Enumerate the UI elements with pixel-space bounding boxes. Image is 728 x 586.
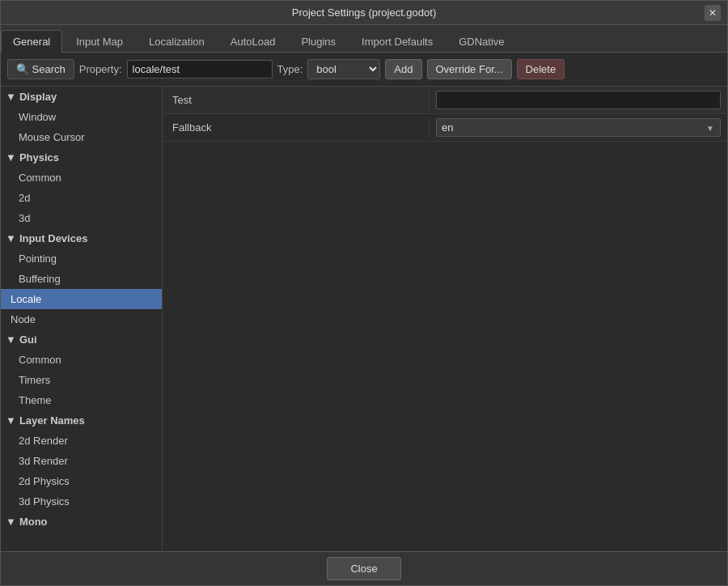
sidebar-item-gui-theme[interactable]: Theme xyxy=(1,390,162,410)
tab-autoload[interactable]: AutoLoad xyxy=(218,30,288,53)
sidebar-item-mouse-cursor[interactable]: Mouse Cursor xyxy=(1,127,162,147)
sidebar-item-gui-timers[interactable]: Timers xyxy=(1,370,162,390)
settings-row-fallback: Fallback en fr de es zh xyxy=(163,114,727,142)
sidebar-item-display[interactable]: ▼ Display xyxy=(1,87,162,107)
fallback-select[interactable]: en fr de es zh xyxy=(436,118,721,137)
sidebar-item-input-devices[interactable]: ▼ Input Devices xyxy=(1,228,162,248)
sidebar-item-buffering[interactable]: Buffering xyxy=(1,269,162,289)
title-bar: Project Settings (project.godot) ✕ xyxy=(1,1,727,25)
window-close-button[interactable]: ✕ xyxy=(705,5,721,21)
tab-localization[interactable]: Localization xyxy=(137,30,217,53)
sidebar-item-physics[interactable]: ▼ Physics xyxy=(1,147,162,168)
sidebar-item-3d-physics[interactable]: 3d Physics xyxy=(1,491,162,512)
bottom-bar: Close xyxy=(1,551,727,585)
layer-names-arrow: ▼ xyxy=(6,414,16,427)
window-title: Project Settings (project.godot) xyxy=(292,6,436,19)
sidebar-item-physics-common[interactable]: Common xyxy=(1,168,162,188)
input-devices-arrow: ▼ xyxy=(6,232,16,244)
sidebar-item-2d-render[interactable]: 2d Render xyxy=(1,431,162,451)
fallback-select-wrapper: en fr de es zh xyxy=(436,118,721,137)
sidebar-item-gui[interactable]: ▼ Gui xyxy=(1,329,162,350)
main-panel: Test Fallback en fr de e xyxy=(163,87,727,551)
display-arrow: ▼ xyxy=(6,91,16,103)
sidebar-item-mono[interactable]: ▼ Mono xyxy=(1,512,162,532)
delete-button[interactable]: Delete xyxy=(517,59,565,79)
sidebar-item-window[interactable]: Window xyxy=(1,107,162,127)
sidebar-item-2d-physics[interactable]: 2d Physics xyxy=(1,471,162,491)
physics-arrow: ▼ xyxy=(6,151,16,163)
sidebar-item-locale[interactable]: Locale xyxy=(1,289,162,309)
tab-general[interactable]: General xyxy=(1,30,62,53)
sidebar-item-physics-2d[interactable]: 2d xyxy=(1,188,162,208)
content-area: ▼ Display Window Mouse Cursor ▼ Physics … xyxy=(1,87,727,551)
sidebar: ▼ Display Window Mouse Cursor ▼ Physics … xyxy=(1,87,163,551)
tabs-bar: General Input Map Localization AutoLoad … xyxy=(1,25,727,53)
property-label: Property: xyxy=(79,63,122,75)
toolbar: 🔍 Search Property: Type: bool int float … xyxy=(1,53,727,87)
settings-key-fallback: Fallback xyxy=(163,117,430,138)
tab-gdnative[interactable]: GDNative xyxy=(447,30,516,53)
tab-import-defaults[interactable]: Import Defaults xyxy=(349,30,445,53)
tab-input-map[interactable]: Input Map xyxy=(64,30,135,53)
add-button[interactable]: Add xyxy=(385,59,421,79)
sidebar-item-3d-render[interactable]: 3d Render xyxy=(1,451,162,471)
sidebar-item-layer-names[interactable]: ▼ Layer Names xyxy=(1,410,162,431)
sidebar-item-physics-3d[interactable]: 3d xyxy=(1,208,162,228)
main-window: Project Settings (project.godot) ✕ Gener… xyxy=(0,0,728,586)
settings-value-fallback: en fr de es zh xyxy=(430,115,727,140)
mono-arrow: ▼ xyxy=(6,516,16,528)
tab-plugins[interactable]: Plugins xyxy=(289,30,348,53)
search-button[interactable]: 🔍 Search xyxy=(7,59,74,79)
test-input[interactable] xyxy=(436,91,721,109)
settings-value-test xyxy=(430,87,727,113)
type-label: Type: xyxy=(277,63,303,75)
sidebar-item-gui-common[interactable]: Common xyxy=(1,350,162,370)
gui-arrow: ▼ xyxy=(6,333,16,346)
sidebar-item-pointing[interactable]: Pointing xyxy=(1,248,162,269)
property-input[interactable] xyxy=(127,60,273,79)
type-select[interactable]: bool int float String xyxy=(307,59,380,79)
settings-key-test: Test xyxy=(163,89,430,111)
close-bottom-button[interactable]: Close xyxy=(327,557,400,580)
settings-row-test: Test xyxy=(163,87,727,114)
sidebar-item-node[interactable]: Node xyxy=(1,309,162,329)
override-button[interactable]: Override For... xyxy=(427,59,512,79)
